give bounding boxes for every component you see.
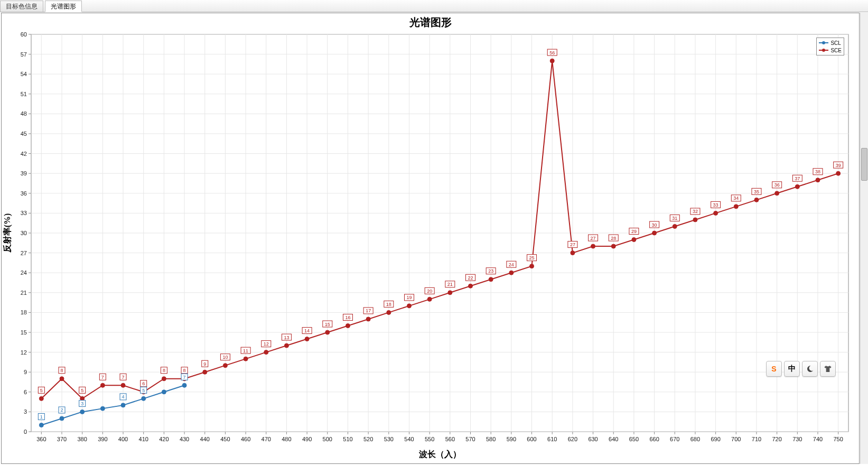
svg-point-316 xyxy=(121,403,125,407)
svg-text:5: 5 xyxy=(81,388,83,393)
svg-text:610: 610 xyxy=(547,436,557,442)
svg-text:480: 480 xyxy=(282,436,291,442)
svg-text:460: 460 xyxy=(241,436,250,442)
svg-text:30: 30 xyxy=(21,230,27,236)
svg-text:32: 32 xyxy=(693,209,698,214)
svg-point-246 xyxy=(448,291,452,295)
svg-point-213 xyxy=(223,364,227,368)
svg-point-198 xyxy=(121,383,125,387)
svg-text:39: 39 xyxy=(21,170,27,176)
svg-text:15: 15 xyxy=(21,329,27,336)
svg-text:420: 420 xyxy=(159,436,169,442)
svg-point-323 xyxy=(182,383,186,387)
svg-text:410: 410 xyxy=(139,436,148,442)
svg-text:波长（入）: 波长（入） xyxy=(418,450,461,459)
svg-point-204 xyxy=(162,377,166,381)
svg-text:710: 710 xyxy=(752,436,761,442)
svg-point-267 xyxy=(591,244,595,248)
svg-text:470: 470 xyxy=(262,436,271,442)
tshirt-icon xyxy=(824,365,832,373)
svg-text:0: 0 xyxy=(24,429,27,435)
svg-text:12: 12 xyxy=(264,341,269,347)
svg-text:620: 620 xyxy=(568,436,577,442)
svg-text:16: 16 xyxy=(345,315,350,320)
svg-text:390: 390 xyxy=(98,436,107,442)
svg-text:18: 18 xyxy=(21,309,27,315)
svg-point-315 xyxy=(100,406,105,411)
svg-point-300 xyxy=(816,178,820,182)
svg-point-216 xyxy=(244,357,248,361)
svg-text:430: 430 xyxy=(180,436,189,442)
svg-text:57: 57 xyxy=(21,51,27,58)
svg-text:1: 1 xyxy=(40,414,43,420)
svg-text:4: 4 xyxy=(122,394,125,399)
svg-text:400: 400 xyxy=(118,436,128,442)
svg-text:6: 6 xyxy=(24,389,27,395)
svg-text:520: 520 xyxy=(363,436,373,442)
svg-text:12: 12 xyxy=(21,349,27,356)
svg-point-195 xyxy=(100,383,105,387)
svg-text:36: 36 xyxy=(774,182,780,188)
svg-text:3: 3 xyxy=(81,401,83,406)
svg-text:730: 730 xyxy=(792,436,802,442)
svg-text:36: 36 xyxy=(21,190,27,197)
svg-text:33: 33 xyxy=(713,202,718,208)
svg-text:740: 740 xyxy=(813,436,823,442)
svg-text:7: 7 xyxy=(122,375,125,380)
legend-item-scl[interactable]: SCL xyxy=(819,39,842,46)
svg-text:45: 45 xyxy=(21,131,27,137)
skin-button[interactable] xyxy=(820,361,836,377)
svg-text:13: 13 xyxy=(284,335,289,340)
tab-spectrum[interactable]: 光谱图形 xyxy=(45,1,82,12)
svg-text:700: 700 xyxy=(731,436,741,442)
svg-text:24: 24 xyxy=(509,262,514,267)
night-mode-button[interactable] xyxy=(802,361,818,377)
svg-text:54: 54 xyxy=(21,71,27,77)
svg-point-288 xyxy=(734,204,738,209)
svg-text:27: 27 xyxy=(570,242,575,247)
svg-point-264 xyxy=(571,251,575,255)
ime-zhong-button[interactable]: 中 xyxy=(784,361,800,377)
svg-text:590: 590 xyxy=(507,436,516,442)
svg-point-291 xyxy=(754,198,759,202)
svg-point-222 xyxy=(284,343,288,348)
svg-text:56: 56 xyxy=(549,50,555,55)
svg-text:500: 500 xyxy=(323,436,332,442)
legend: SCL SCE xyxy=(816,38,844,55)
svg-point-228 xyxy=(325,330,330,334)
svg-text:630: 630 xyxy=(588,436,598,442)
svg-text:38: 38 xyxy=(815,169,820,174)
tab-target-color-info[interactable]: 目标色信息 xyxy=(0,1,43,12)
svg-text:5: 5 xyxy=(142,388,145,393)
svg-text:3: 3 xyxy=(24,408,27,415)
svg-text:360: 360 xyxy=(36,436,46,442)
svg-text:660: 660 xyxy=(649,436,659,442)
svg-point-279 xyxy=(673,224,677,228)
svg-point-303 xyxy=(836,171,841,175)
svg-text:440: 440 xyxy=(200,436,210,442)
tab-bar: 目标色信息 光谱图形 xyxy=(0,0,868,12)
scrollbar-thumb[interactable] xyxy=(861,148,867,181)
svg-text:28: 28 xyxy=(611,236,616,241)
vertical-scrollbar[interactable] xyxy=(860,13,868,464)
legend-item-sce[interactable]: SCE xyxy=(819,46,842,54)
svg-text:640: 640 xyxy=(609,436,618,442)
svg-text:34: 34 xyxy=(733,196,739,201)
svg-point-270 xyxy=(611,244,615,248)
svg-text:18: 18 xyxy=(386,302,391,307)
svg-text:10: 10 xyxy=(222,355,228,360)
legend-label: SCL xyxy=(830,40,841,46)
svg-text:490: 490 xyxy=(302,436,312,442)
svg-point-243 xyxy=(427,297,432,301)
svg-text:21: 21 xyxy=(447,282,453,287)
svg-text:8: 8 xyxy=(183,368,186,373)
svg-text:600: 600 xyxy=(527,436,536,442)
ime-s-button[interactable]: S xyxy=(766,361,782,377)
svg-text:24: 24 xyxy=(21,269,27,276)
svg-text:35: 35 xyxy=(754,189,759,194)
svg-point-261 xyxy=(550,59,554,63)
svg-text:33: 33 xyxy=(21,210,27,216)
chart-plot: 0369121518212427303336394245485154576036… xyxy=(2,13,859,463)
svg-text:15: 15 xyxy=(325,322,330,327)
svg-point-249 xyxy=(469,284,473,288)
